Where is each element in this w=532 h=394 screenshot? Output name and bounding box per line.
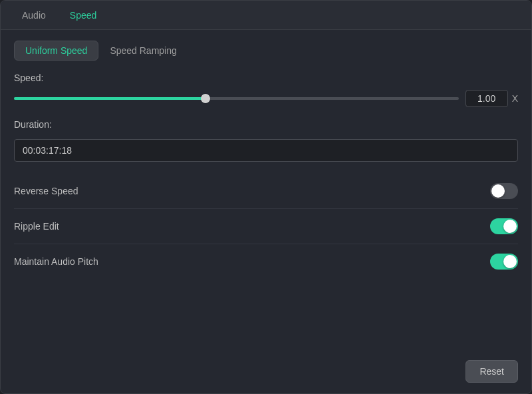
speed-slider-container[interactable] xyxy=(14,92,459,105)
toggle-knob-maintain-audio-pitch xyxy=(503,255,517,268)
speed-slider-fill xyxy=(14,97,205,100)
content-area: Uniform Speed Speed Ramping Speed: X Dur… xyxy=(1,30,531,352)
toggle-label-reverse-speed: Reverse Speed xyxy=(14,186,78,196)
toggle-row-reverse-speed: Reverse Speed xyxy=(14,174,518,209)
tab-audio[interactable]: Audio xyxy=(11,6,57,25)
sub-tab-bar: Uniform Speed Speed Ramping xyxy=(14,41,518,61)
tab-speed[interactable]: Speed xyxy=(59,6,107,25)
toggle-knob-ripple-edit xyxy=(503,220,517,233)
toggle-label-ripple-edit: Ripple Edit xyxy=(14,221,59,232)
toggle-switch-reverse-speed[interactable] xyxy=(490,183,518,199)
toggle-switch-ripple-edit[interactable] xyxy=(490,218,518,234)
toggle-knob-reverse-speed xyxy=(491,184,505,198)
speed-slider-thumb[interactable] xyxy=(201,94,210,103)
toggle-switch-maintain-audio-pitch[interactable] xyxy=(490,254,518,270)
duration-label: Duration: xyxy=(14,119,518,130)
top-tab-bar: Audio Speed xyxy=(1,1,531,30)
speed-x-label: X xyxy=(512,93,518,104)
reset-button[interactable]: Reset xyxy=(466,360,518,383)
speed-value-box: X xyxy=(466,90,518,107)
footer: Reset xyxy=(1,352,531,393)
toggle-row-ripple-edit: Ripple Edit xyxy=(14,209,518,244)
main-panel: Audio Speed Uniform Speed Speed Ramping … xyxy=(0,0,532,394)
toggle-label-maintain-audio-pitch: Maintain Audio Pitch xyxy=(14,256,98,267)
speed-slider-track[interactable] xyxy=(14,97,459,100)
duration-input[interactable] xyxy=(14,139,518,162)
speed-label: Speed: xyxy=(14,73,518,83)
sub-tab-uniform-speed[interactable]: Uniform Speed xyxy=(14,41,98,61)
toggles-container: Reverse SpeedRipple EditMaintain Audio P… xyxy=(14,174,518,279)
speed-value-input[interactable] xyxy=(466,90,508,107)
duration-section: Duration: xyxy=(14,119,518,162)
speed-row: X xyxy=(14,90,518,107)
sub-tab-speed-ramping[interactable]: Speed Ramping xyxy=(98,41,188,61)
toggle-row-maintain-audio-pitch: Maintain Audio Pitch xyxy=(14,244,518,279)
